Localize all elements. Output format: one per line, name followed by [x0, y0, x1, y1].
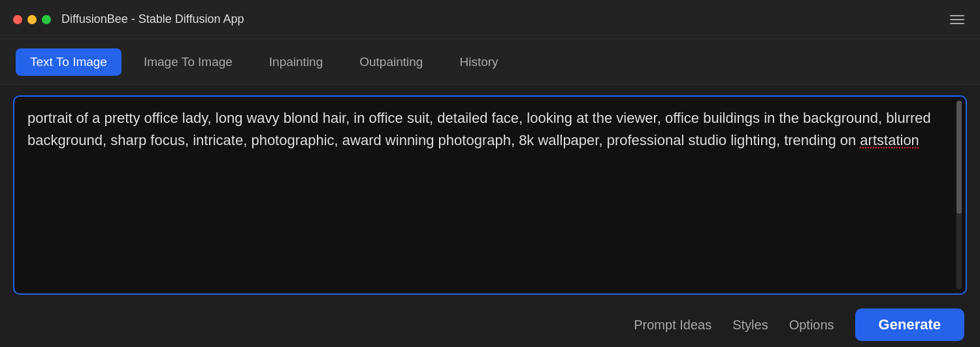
prompt-ideas-button[interactable]: Prompt Ideas: [634, 318, 711, 333]
tab-image-to-image[interactable]: Image To Image: [129, 48, 247, 76]
generate-button[interactable]: Generate: [855, 308, 964, 341]
tab-inpainting[interactable]: Inpainting: [255, 48, 337, 76]
prompt-container: portrait of a pretty office lady, long w…: [0, 85, 980, 303]
scrollbar-thumb[interactable]: [956, 101, 962, 214]
tab-history[interactable]: History: [445, 48, 512, 76]
minimize-button[interactable]: [27, 15, 37, 24]
maximize-button[interactable]: [42, 15, 51, 24]
titlebar: DiffusionBee - Stable Diffusion App: [0, 0, 980, 39]
styles-button[interactable]: Styles: [732, 318, 768, 333]
scrollbar-track[interactable]: [956, 101, 962, 289]
main-content: portrait of a pretty office lady, long w…: [0, 85, 980, 347]
app-title: DiffusionBee - Stable Diffusion App: [61, 12, 947, 26]
spell-underlined-word: artstation: [860, 132, 919, 148]
tab-outpainting[interactable]: Outpainting: [345, 48, 437, 76]
menu-icon[interactable]: [947, 12, 967, 27]
prompt-text: portrait of a pretty office lady, long w…: [27, 107, 936, 152]
bottom-toolbar: Prompt Ideas Styles Options Generate: [0, 303, 980, 347]
close-button[interactable]: [13, 15, 22, 24]
window-controls: [13, 15, 51, 24]
tab-text-to-image[interactable]: Text To Image: [16, 48, 122, 76]
options-button[interactable]: Options: [789, 318, 834, 333]
prompt-display: portrait of a pretty office lady, long w…: [13, 95, 967, 295]
navbar: Text To Image Image To Image Inpainting …: [0, 39, 980, 85]
